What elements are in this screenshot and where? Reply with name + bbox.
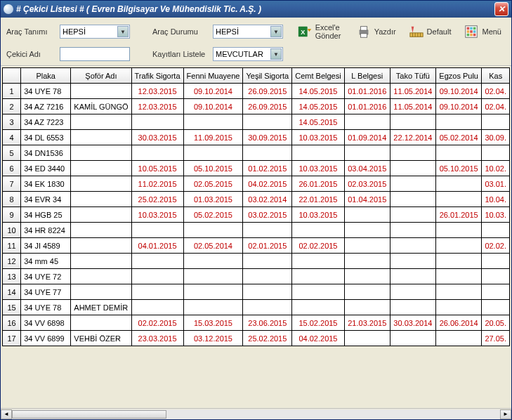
cell-sofor[interactable]: AHMET DEMİR <box>71 300 131 315</box>
table-row[interactable]: 1734 VV 6899VEHBİ ÖZER23.03.201503.12.20… <box>3 331 510 346</box>
cell-yesil[interactable] <box>243 284 292 300</box>
cell-cemt[interactable]: 14.05.2015 <box>292 84 344 99</box>
cell-tako[interactable]: 22.12.2014 <box>390 130 435 145</box>
table-row[interactable]: 1234 mm 45 <box>3 254 510 269</box>
cell-plaka[interactable]: 34 UYE 72 <box>21 269 71 284</box>
cell-plaka[interactable]: 34 EK 1830 <box>21 176 71 192</box>
cell-yesil[interactable] <box>243 145 292 161</box>
cell-tako[interactable]: 11.05.2014 <box>390 99 435 114</box>
cell-fenni[interactable]: 05.02.2015 <box>183 207 243 223</box>
scroll-thumb[interactable] <box>12 410 166 419</box>
cell-lbel[interactable] <box>344 145 390 161</box>
cell-tako[interactable] <box>390 254 435 269</box>
col-kas[interactable]: Kas <box>482 68 510 84</box>
cell-kas[interactable]: 10.03. <box>482 207 510 223</box>
cell-kas[interactable] <box>482 269 510 284</box>
cell-trafik[interactable] <box>131 114 183 130</box>
cell-fenni[interactable] <box>183 269 243 284</box>
col-yesil[interactable]: Yeşil Sigorta <box>243 68 292 84</box>
cell-egzos[interactable]: 09.10.2014 <box>435 99 481 114</box>
cell-lbel[interactable]: 01.09.2014 <box>344 130 390 145</box>
cell-lbel[interactable] <box>344 284 390 300</box>
arac-durumu-combo[interactable]: HEPSİ ▼ <box>213 25 283 39</box>
cell-egzos[interactable]: 26.06.2014 <box>435 315 481 331</box>
close-button[interactable]: ✕ <box>494 2 508 16</box>
cell-lbel[interactable]: 03.04.2015 <box>344 161 390 176</box>
cell-tako[interactable] <box>390 223 435 238</box>
cell-kas[interactable] <box>482 254 510 269</box>
cell-cemt[interactable]: 10.03.2015 <box>292 207 344 223</box>
cell-sofor[interactable] <box>71 254 131 269</box>
cell-lbel[interactable] <box>344 331 390 346</box>
cell-sofor[interactable] <box>71 114 131 130</box>
cell-lbel[interactable] <box>344 269 390 284</box>
cell-plaka[interactable]: 34 HGB 25 <box>21 207 71 223</box>
col-egzos[interactable]: Egzos Pulu <box>435 68 481 84</box>
cell-sofor[interactable]: VEHBİ ÖZER <box>71 331 131 346</box>
cell-cemt[interactable]: 10.03.2015 <box>292 130 344 145</box>
cell-fenni[interactable]: 03.12.2015 <box>183 331 243 346</box>
cell-fenni[interactable] <box>183 300 243 315</box>
col-lbel[interactable]: L Belgesi <box>344 68 390 84</box>
cell-yesil[interactable] <box>243 114 292 130</box>
cell-plaka[interactable]: 34 UYE 78 <box>21 300 71 315</box>
cell-egzos[interactable] <box>435 223 481 238</box>
cell-tako[interactable] <box>390 284 435 300</box>
cell-cemt[interactable]: 22.01.2015 <box>292 192 344 207</box>
cell-sofor[interactable] <box>71 269 131 284</box>
cell-cemt[interactable]: 15.02.2015 <box>292 315 344 331</box>
cell-lbel[interactable] <box>344 300 390 315</box>
table-row[interactable]: 1134 JI 458904.01.201502.05.201402.01.20… <box>3 238 510 254</box>
cell-cemt[interactable] <box>292 223 344 238</box>
cell-tako[interactable] <box>390 331 435 346</box>
table-row[interactable]: 134 UYE 7812.03.201509.10.201426.09.2015… <box>3 84 510 99</box>
table-row[interactable]: 1334 UYE 72 <box>3 269 510 284</box>
cell-lbel[interactable] <box>344 223 390 238</box>
table-row[interactable]: 1434 UYE 77 <box>3 284 510 300</box>
table-row[interactable]: 334 AZ 722314.05.2015 <box>3 114 510 130</box>
cell-trafik[interactable]: 02.02.2015 <box>131 315 183 331</box>
cell-sofor[interactable] <box>71 238 131 254</box>
cell-tako[interactable] <box>390 238 435 254</box>
cell-cemt[interactable] <box>292 145 344 161</box>
cell-plaka[interactable]: 34 VV 6898 <box>21 315 71 331</box>
col-trafik[interactable]: Trafik Sigorta <box>131 68 183 84</box>
cell-kas[interactable]: 03.01. <box>482 176 510 192</box>
cell-egzos[interactable] <box>435 269 481 284</box>
cell-cemt[interactable] <box>292 300 344 315</box>
cell-sofor[interactable]: KAMİL GÜNGÖ <box>71 99 131 114</box>
cell-trafik[interactable] <box>131 223 183 238</box>
cell-plaka[interactable]: 34 EVR 34 <box>21 192 71 207</box>
cell-trafik[interactable] <box>131 269 183 284</box>
cell-sofor[interactable] <box>71 207 131 223</box>
cell-cemt[interactable]: 14.05.2015 <box>292 114 344 130</box>
cell-tako[interactable]: 30.03.2014 <box>390 315 435 331</box>
table-row[interactable]: 1534 UYE 78AHMET DEMİR <box>3 300 510 315</box>
cell-fenni[interactable]: 05.10.2015 <box>183 161 243 176</box>
cell-trafik[interactable] <box>131 254 183 269</box>
cell-cemt[interactable]: 04.02.2015 <box>292 331 344 346</box>
cell-kas[interactable]: 02.02. <box>482 238 510 254</box>
cell-cemt[interactable] <box>292 269 344 284</box>
cell-kas[interactable] <box>482 223 510 238</box>
cell-tako[interactable] <box>390 114 435 130</box>
cell-trafik[interactable]: 11.02.2015 <box>131 176 183 192</box>
cell-cemt[interactable]: 02.02.2015 <box>292 238 344 254</box>
cell-kas[interactable]: 10.04. <box>482 192 510 207</box>
cell-plaka[interactable]: 34 DL 6553 <box>21 130 71 145</box>
cell-tako[interactable]: 11.05.2014 <box>390 84 435 99</box>
cell-plaka[interactable]: 34 JI 4589 <box>21 238 71 254</box>
cell-egzos[interactable]: 09.10.2014 <box>435 84 481 99</box>
cell-fenni[interactable] <box>183 145 243 161</box>
kayitlari-listele-combo[interactable]: MEVCUTLAR ▼ <box>213 47 283 61</box>
cell-lbel[interactable] <box>344 207 390 223</box>
cell-egzos[interactable] <box>435 284 481 300</box>
cell-yesil[interactable]: 03.02.2015 <box>243 207 292 223</box>
cell-kas[interactable]: 27.05. <box>482 331 510 346</box>
cell-kas[interactable]: 02.04. <box>482 99 510 114</box>
cell-lbel[interactable]: 01.01.2016 <box>344 99 390 114</box>
cell-lbel[interactable] <box>344 238 390 254</box>
cell-trafik[interactable]: 30.03.2015 <box>131 130 183 145</box>
cell-trafik[interactable] <box>131 145 183 161</box>
cell-egzos[interactable] <box>435 114 481 130</box>
